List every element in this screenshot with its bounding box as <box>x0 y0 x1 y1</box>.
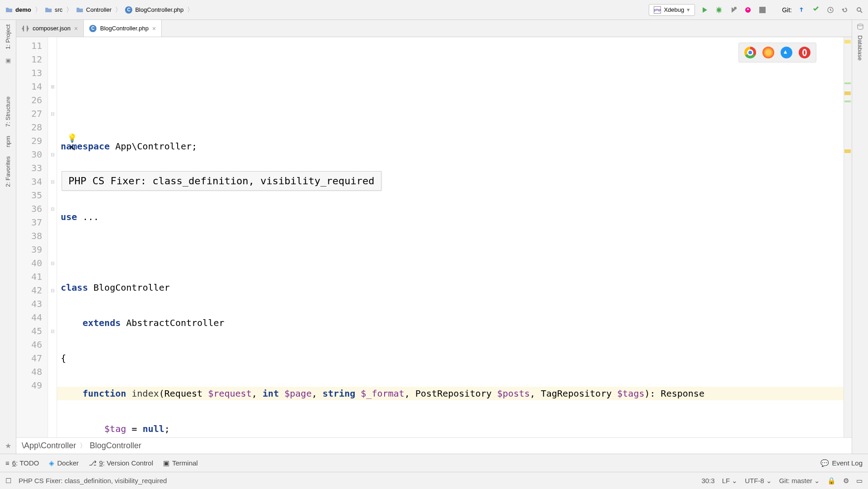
stop-button[interactable] <box>757 5 767 15</box>
profile-button[interactable] <box>743 5 753 15</box>
status-bar: ☐ PHP CS Fixer: class_definition, visibi… <box>0 472 868 489</box>
chevron-right-icon: 〉 <box>80 442 86 450</box>
close-icon[interactable]: × <box>152 25 156 32</box>
chevron-right-icon: 〉 <box>66 6 72 14</box>
settings-icon[interactable]: ⚙ <box>843 477 849 485</box>
docker-tool-tab[interactable]: ◈ Docker <box>49 459 79 467</box>
close-icon[interactable]: × <box>74 25 78 32</box>
line-ending-selector[interactable]: LF ⌄ <box>722 477 738 485</box>
tab-label: composer.json <box>33 25 71 32</box>
git-update-button[interactable] <box>796 5 806 15</box>
chevron-down-icon: ⌄ <box>814 477 820 485</box>
database-tool-tab[interactable]: Database <box>855 31 865 65</box>
breadcrumb-src[interactable]: src <box>43 5 64 14</box>
fold-icon[interactable]: ⊞ <box>48 80 57 93</box>
svg-point-5 <box>858 24 863 26</box>
lock-icon[interactable]: 🔒 <box>827 477 836 485</box>
chevron-down-icon: ▾ <box>687 6 690 13</box>
firefox-icon[interactable] <box>762 47 774 58</box>
fold-icon[interactable]: ⊟ <box>48 283 57 297</box>
git-commit-button[interactable] <box>811 5 821 15</box>
debug-button[interactable] <box>714 5 724 15</box>
bottom-tool-bar: ≡ 6: TODO ◈ Docker ⎇ 9: Version Control … <box>0 454 868 472</box>
event-log-tab[interactable]: 💬 Event Log <box>820 459 863 467</box>
code-content[interactable]: 💡 ↖ PHP CS Fixer: class_definition, visi… <box>57 37 844 437</box>
breadcrumb-file[interactable]: C BlogController.php <box>123 5 185 14</box>
svg-point-0 <box>717 8 721 12</box>
editor-bottom-breadcrumb: \App\Controller 〉 BlogController <box>16 437 852 454</box>
top-toolbar: demo 〉 src 〉 Controller 〉 C BlogControll… <box>0 0 868 20</box>
tab-label: BlogController.php <box>100 25 149 32</box>
folder-icon <box>45 6 52 14</box>
bubble-icon: 💬 <box>820 459 829 467</box>
fold-icon[interactable]: ⊟ <box>48 202 57 216</box>
warning-marker[interactable] <box>844 91 851 95</box>
editor-tabs: composer.json × C BlogController.php × <box>16 20 852 37</box>
list-icon: ≡ <box>5 459 10 467</box>
status-message: PHP CS Fixer: class_definition, visibili… <box>19 477 167 484</box>
encoding-selector[interactable]: UTF-8 ⌄ <box>745 477 772 485</box>
safari-icon[interactable] <box>781 47 792 58</box>
terminal-tool-tab[interactable]: ▣ Terminal <box>163 459 198 467</box>
chevron-right-icon: 〉 <box>115 6 121 14</box>
collapse-icon[interactable]: ▣ <box>4 57 12 65</box>
right-tool-strip: Database <box>852 20 868 454</box>
npm-tool-tab[interactable]: npm <box>3 131 13 152</box>
inspection-tooltip: PHP CS Fixer: class_definition, visibili… <box>62 171 381 191</box>
nav-breadcrumb: demo 〉 src 〉 Controller 〉 C BlogControll… <box>4 5 649 14</box>
folder-icon <box>5 6 13 14</box>
code-editor[interactable]: 1112131426272829303334353637383940414243… <box>16 37 852 437</box>
toolbar-actions: php Xdebug ▾ Git: <box>649 4 864 16</box>
fold-icon[interactable]: ⊟ <box>48 324 57 338</box>
change-marker[interactable] <box>844 101 851 102</box>
breadcrumb-label: demo <box>15 6 31 13</box>
warning-marker[interactable] <box>844 40 851 43</box>
rollback-button[interactable] <box>840 5 850 15</box>
gutter-line-numbers: 1112131426272829303334353637383940414243… <box>16 37 48 437</box>
breadcrumb-project[interactable]: demo <box>4 5 33 14</box>
class-icon: C <box>89 25 96 32</box>
breadcrumb-namespace[interactable]: \App\Controller <box>22 441 76 451</box>
search-button[interactable] <box>854 5 864 15</box>
svg-point-1 <box>734 7 737 10</box>
run-config-selector[interactable]: php Xdebug ▾ <box>649 4 695 16</box>
chrome-icon[interactable] <box>744 47 756 58</box>
fold-icon[interactable]: ⊟ <box>48 175 57 188</box>
fold-gutter: ⊞⊟⊟⊟⊟⊟⊟⊟ <box>48 37 57 437</box>
breadcrumb-class[interactable]: BlogController <box>90 441 141 451</box>
branch-icon: ⎇ <box>89 459 96 467</box>
mouse-cursor-icon: ↖ <box>70 141 76 153</box>
chevron-right-icon: 〉 <box>35 6 41 14</box>
vcs-tool-tab[interactable]: ⎇ 9: Version Control <box>89 459 153 467</box>
status-icon[interactable]: ☐ <box>5 477 11 485</box>
opera-icon[interactable] <box>799 47 810 58</box>
chevron-down-icon: ⌄ <box>766 477 772 485</box>
structure-tool-tab[interactable]: 7: Structure <box>3 92 13 131</box>
fold-icon[interactable]: ⊟ <box>48 148 57 161</box>
favorites-tool-tab[interactable]: 2: Favorites <box>3 152 13 192</box>
caret-position[interactable]: 30:3 <box>701 477 714 484</box>
breadcrumb-label: Controller <box>86 6 111 13</box>
tab-composer-json[interactable]: composer.json × <box>16 20 84 37</box>
git-label: Git: <box>782 6 792 14</box>
open-in-browser-panel <box>738 43 816 62</box>
php-icon: php <box>654 6 661 14</box>
docker-icon: ◈ <box>49 459 54 467</box>
todo-tool-tab[interactable]: ≡ 6: TODO <box>5 459 39 467</box>
project-tool-tab[interactable]: 1: Project <box>3 20 13 54</box>
fold-icon[interactable]: ⊟ <box>48 107 57 120</box>
database-icon[interactable] <box>856 23 864 31</box>
editor-scrollbar[interactable] <box>844 37 852 437</box>
terminal-icon: ▣ <box>163 459 169 467</box>
git-branch-selector[interactable]: Git: master ⌄ <box>779 477 820 485</box>
tab-blog-controller[interactable]: C BlogController.php × <box>84 20 162 37</box>
change-marker[interactable] <box>844 82 851 84</box>
warning-marker[interactable] <box>844 149 851 153</box>
fold-icon[interactable]: ⊟ <box>48 256 57 270</box>
breadcrumb-controller[interactable]: Controller <box>74 5 113 14</box>
run-button[interactable] <box>699 5 709 15</box>
memory-indicator[interactable]: ▭ <box>856 477 863 485</box>
history-button[interactable] <box>825 5 835 15</box>
svg-rect-2 <box>759 7 766 13</box>
coverage-button[interactable] <box>728 5 738 15</box>
